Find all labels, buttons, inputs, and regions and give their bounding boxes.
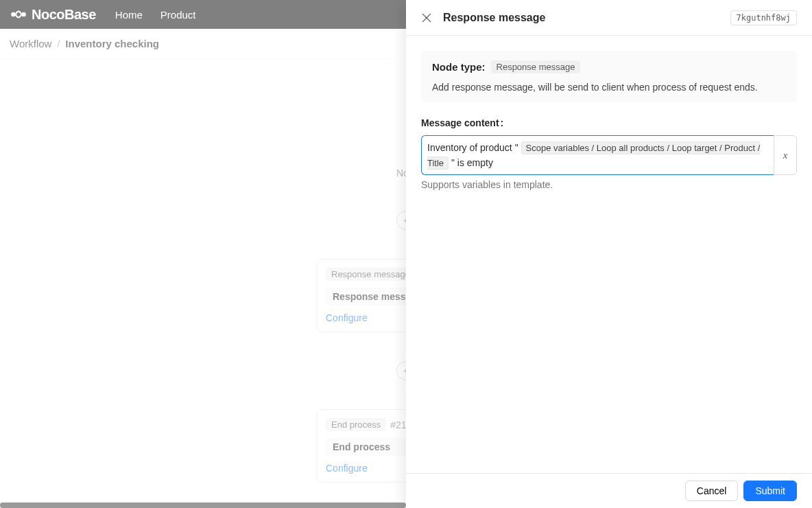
message-content-label: Message content:: [421, 117, 797, 128]
drawer-body: Node type: Response message Add response…: [406, 36, 812, 473]
node-type-label: Node type:: [432, 61, 486, 73]
config-drawer: Response message 7kgutnhf8wj Node type: …: [406, 0, 812, 508]
node-description: Add response message, will be send to cl…: [432, 82, 786, 93]
message-suffix: " is empty: [451, 157, 493, 168]
submit-button[interactable]: Submit: [743, 481, 797, 501]
node-type-value: Response message: [491, 60, 581, 73]
drawer-footer: Cancel Submit: [406, 473, 812, 508]
insert-variable-button[interactable]: x: [774, 135, 797, 175]
cancel-button[interactable]: Cancel: [685, 481, 739, 501]
drawer-header: Response message 7kgutnhf8wj: [406, 0, 812, 36]
node-code-badge: 7kgutnhf8wj: [730, 10, 797, 25]
drawer-title: Response message: [443, 12, 719, 24]
close-icon[interactable]: [421, 12, 432, 23]
message-prefix: Inventory of product ": [427, 142, 521, 153]
scrollbar-thumb[interactable]: [0, 503, 406, 508]
template-hint: Supports variables in template.: [421, 179, 797, 190]
message-content-input[interactable]: Inventory of product " Scope variables /…: [421, 135, 774, 175]
node-info-box: Node type: Response message Add response…: [421, 51, 797, 102]
